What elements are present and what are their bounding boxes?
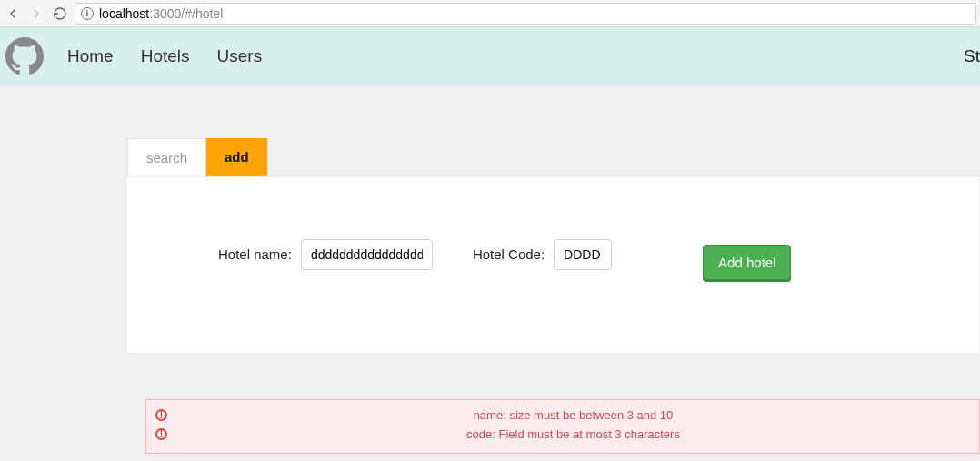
add-hotel-button[interactable]: Add hotel — [703, 245, 791, 280]
url-text: localhost:3000/#/hotel — [99, 6, 223, 21]
tab-add[interactable]: add — [206, 138, 267, 176]
forward-button[interactable] — [27, 5, 45, 23]
tabstrip: search add — [127, 138, 980, 176]
browser-toolbar: i localhost:3000/#/hotel — [0, 0, 980, 27]
add-hotel-form: Hotel name: Hotel Code: Add hotel — [155, 228, 952, 280]
address-bar[interactable]: i localhost:3000/#/hotel — [75, 3, 976, 25]
page-content: search add Hotel name: Hotel Code: Add h… — [0, 85, 980, 354]
error-message: code: Field must be at most 3 characters — [176, 427, 970, 441]
nav-hotels[interactable]: Hotels — [132, 46, 199, 66]
error-box: ! name: size must be between 3 and 10 ! … — [145, 399, 980, 454]
hotel-code-input[interactable] — [554, 239, 612, 270]
nav-right-partial[interactable]: St — [964, 46, 980, 66]
url-path: /#/hotel — [181, 6, 223, 21]
github-icon[interactable] — [5, 37, 44, 75]
hotel-name-input[interactable] — [301, 239, 433, 270]
reload-button[interactable] — [51, 5, 69, 23]
error-row: ! name: size must be between 3 and 10 — [155, 406, 970, 425]
url-port: :3000 — [149, 6, 181, 21]
error-message: name: size must be between 3 and 10 — [176, 408, 970, 422]
url-host: localhost — [99, 6, 149, 21]
error-icon: ! — [155, 428, 167, 440]
back-button[interactable] — [4, 5, 22, 23]
nav-users[interactable]: Users — [208, 46, 272, 66]
error-icon: ! — [155, 409, 167, 421]
error-area: ! name: size must be between 3 and 10 ! … — [145, 399, 980, 461]
top-nav: Home Hotels Users St — [0, 27, 980, 85]
hotel-code-label: Hotel Code: — [473, 246, 545, 262]
hotel-name-label: Hotel name: — [218, 246, 292, 262]
error-row: ! code: Field must be at most 3 characte… — [155, 425, 970, 444]
nav-home[interactable]: Home — [58, 46, 123, 66]
add-hotel-panel: Hotel name: Hotel Code: Add hotel — [127, 176, 980, 354]
tab-search[interactable]: search — [127, 138, 206, 176]
site-info-icon[interactable]: i — [81, 7, 94, 20]
